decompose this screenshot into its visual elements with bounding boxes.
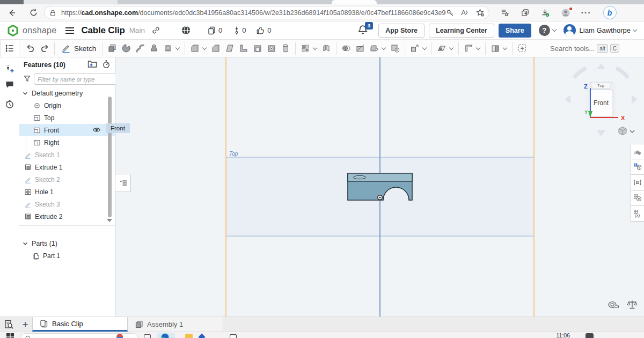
modify-fillet-caret-icon[interactable] [382,45,386,49]
key-icon[interactable] [446,9,455,17]
thicken-caret-icon[interactable] [175,45,180,49]
chamfer-button[interactable] [209,41,223,55]
download-button[interactable] [538,6,553,19]
profile-button[interactable] [558,6,573,19]
collections-button[interactable] [497,6,512,19]
frame-button[interactable] [488,41,509,55]
app-store-button[interactable]: App Store [378,24,425,38]
tree-item-sketch2[interactable]: Sketch 2 [19,173,115,186]
scrollbar-thumb[interactable] [108,97,112,217]
graphics-viewport[interactable]: Top Top [115,57,644,317]
tree-item-hole1[interactable]: Hole 1 [19,186,115,198]
transform-caret-icon[interactable] [422,45,427,49]
onshape-logo[interactable] [6,24,19,37]
globe-icon[interactable] [181,25,191,35]
extrude-button[interactable] [105,41,119,55]
measure-button[interactable] [608,299,619,312]
url-bar[interactable]: https://cad.onshape.com/documents/edc0dc… [44,6,489,19]
back-button[interactable] [4,6,19,19]
thicken-button[interactable] [161,41,182,55]
search-tools[interactable]: Search tools... alt C [550,44,619,53]
draft-button[interactable] [223,41,237,55]
loft-button[interactable] [147,41,161,55]
plane-button[interactable] [435,41,456,55]
taskbar-tray-icon[interactable] [586,333,594,338]
user-menu-caret-icon[interactable] [633,27,637,32]
browser-active-tab[interactable] [332,0,377,4]
tree-item-sketch1[interactable]: Sketch 1 [19,149,115,161]
visibility-eye-icon[interactable] [92,126,101,135]
mass-properties-button[interactable] [627,299,638,312]
rotate-left-arrow[interactable] [565,95,570,104]
taskbar-blue-app-icon[interactable] [198,333,206,338]
tree-item-right-plane[interactable]: Right [19,136,115,149]
view-menu-button[interactable] [619,127,634,135]
tree-item-origin[interactable]: Origin [19,99,115,112]
custom-feature-button[interactable] [515,41,529,55]
view-cube[interactable]: Top Front Z X Y [558,57,644,142]
taskbar-clock[interactable]: 11:06 [557,332,570,338]
tree-item-front-plane[interactable]: Front [19,124,115,136]
start-button[interactable] [6,333,14,338]
transform-button[interactable] [408,41,429,55]
tab-basic-clip[interactable]: Basic Clip [32,317,128,332]
comments-button[interactable] [0,77,19,93]
help-button[interactable]: ? [539,25,550,36]
filter-input[interactable] [34,74,118,85]
add-element-button[interactable]: + [18,317,32,332]
display-states-panel-button[interactable] [631,190,644,206]
refresh-button[interactable] [26,6,41,19]
fillet-button[interactable] [188,41,209,55]
variables-panel-button[interactable]: (x) [631,206,644,222]
help-caret-icon[interactable] [552,27,556,32]
read-aloud-icon[interactable]: A [461,9,469,17]
sheet-metal-button[interactable] [462,41,482,55]
shell-button[interactable] [251,41,265,55]
origin-marker[interactable] [378,195,382,200]
tree-item-extrude2[interactable]: Extrude 2 [19,210,115,223]
workspace-name[interactable]: Main [129,26,145,34]
duplicate-tab-button[interactable] [517,6,532,19]
sweep-button[interactable] [133,41,147,55]
rotate-right-arrow[interactable] [632,95,638,104]
boolean-button[interactable] [339,41,353,55]
cylinder-button[interactable] [279,41,292,55]
linear-pattern-button[interactable] [298,41,319,55]
redo-button[interactable] [38,41,52,55]
split-button[interactable] [353,41,367,55]
configurations-panel-button[interactable] [631,175,644,190]
frame-caret-icon[interactable] [503,45,507,49]
copy-icon[interactable] [207,26,217,35]
task-view-button[interactable] [144,334,151,338]
delete-part-button[interactable] [388,41,402,55]
hole-button[interactable] [265,41,279,55]
fillet-caret-icon[interactable] [202,45,207,49]
rotate-up-arrow[interactable] [597,63,605,69]
taskbar-app-icon[interactable] [116,333,123,338]
group-parts[interactable]: Parts (1) [19,237,115,249]
sheet-metal-caret-icon[interactable] [476,45,480,49]
linear-pattern-caret-icon[interactable] [313,45,317,49]
rib-button[interactable] [237,41,251,55]
scroll-down-arrow[interactable] [107,219,112,222]
learning-center-button[interactable]: Learning Center [429,24,494,38]
plane-caret-icon[interactable] [449,45,453,49]
search-elements-button[interactable] [0,317,18,332]
revolve-button[interactable] [119,41,133,55]
history-button[interactable] [0,96,19,112]
create-version-button[interactable] [0,61,19,77]
taskbar-window-app-icon[interactable] [230,334,237,338]
rotate-down-arrow[interactable] [597,130,605,136]
add-folder-button[interactable] [87,60,97,70]
hamburger-menu[interactable] [64,27,75,34]
version-icon[interactable] [233,26,240,35]
filter-icon[interactable] [23,75,31,84]
rollback-history-button[interactable] [102,60,111,70]
share-link-icon[interactable] [151,26,160,35]
tab-assembly-1[interactable]: Assembly 1 [128,317,223,332]
sketch-button[interactable]: Sketch [57,41,99,55]
appearance-panel-button[interactable] [631,144,644,159]
undo-button[interactable] [24,41,38,55]
user-name[interactable]: Liam Gawthorpe [580,26,631,34]
bing-button[interactable]: b [602,6,617,19]
